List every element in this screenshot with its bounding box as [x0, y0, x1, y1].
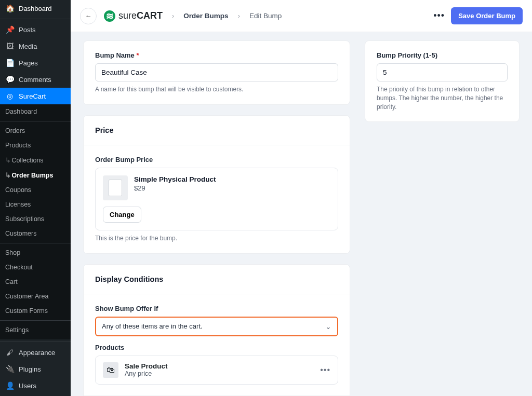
condition-product-row: 🛍 Sale Product Any price •••: [95, 356, 338, 385]
products-label: Products: [95, 344, 338, 351]
condition-product-name: Sale Product: [125, 362, 168, 370]
pages-icon: 📄: [5, 58, 15, 67]
save-order-bump-button[interactable]: Save Order Bump: [451, 7, 523, 24]
pin-icon: 📌: [5, 25, 15, 34]
sidebar-label: Dashboard: [19, 5, 52, 12]
price-card: Price Order Bump Price Simple Physical P…: [83, 115, 350, 254]
divider: [0, 19, 71, 19]
price-help: This is the price for the bump.: [95, 234, 338, 243]
sidebar-sub-settings[interactable]: Settings: [0, 323, 71, 337]
sidebar-label: Media: [19, 43, 37, 50]
divider: [0, 342, 71, 342]
priority-label: Bump Priority (1-5): [377, 51, 508, 59]
bump-priority-card: Bump Priority (1-5) The priority of this…: [365, 40, 520, 122]
order-bump-price-label: Order Bump Price: [95, 156, 338, 163]
divider: [0, 121, 71, 121]
show-bump-select[interactable]: Any of these items are in the cart. ⌄: [95, 317, 338, 336]
bump-name-card: Bump Name * A name for this bump that wi…: [83, 40, 350, 105]
logo-mark-icon: ≋: [104, 10, 115, 22]
product-price: $29: [134, 184, 216, 192]
bump-name-input[interactable]: [95, 63, 338, 81]
back-button[interactable]: ←: [80, 8, 97, 24]
sidebar-sub-customers[interactable]: Customers: [0, 226, 71, 241]
chevron-down-icon: ⌄: [325, 322, 331, 331]
sidebar-label: Pages: [19, 59, 38, 67]
sidebar-sub-coupons[interactable]: Coupons: [0, 183, 71, 197]
price-heading: Price: [95, 126, 338, 134]
priority-input[interactable]: [377, 63, 508, 81]
product-thumbnail: 🛍: [103, 362, 118, 378]
brush-icon: 🖌: [5, 348, 15, 357]
media-icon: 🖼: [5, 42, 15, 51]
product-name: Simple Physical Product: [134, 175, 216, 183]
sidebar-item-pages[interactable]: 📄Pages: [0, 54, 71, 71]
price-product-box: Simple Physical Product $29 Change: [95, 168, 338, 230]
sidebar-sub-orders[interactable]: Orders: [0, 124, 71, 138]
arrow-left-icon: ←: [85, 12, 92, 20]
display-conditions-heading: Display Conditions: [95, 275, 338, 283]
required-mark: *: [136, 51, 139, 59]
sidebar-submenu: Dashboard Orders Products Collections Or…: [0, 104, 71, 339]
sidebar-sub-subscriptions[interactable]: Subscriptions: [0, 212, 71, 226]
more-menu-button[interactable]: •••: [433, 10, 445, 21]
placeholder-image-icon: [109, 180, 122, 196]
sidebar-sub-licenses[interactable]: Licenses: [0, 197, 71, 212]
sidebar-sub-collections[interactable]: Collections: [0, 153, 71, 168]
sidebar-item-tools[interactable]: 🔧Tools: [0, 394, 71, 396]
sidebar-label: Users: [19, 382, 36, 390]
sidebar-item-users[interactable]: 👤Users: [0, 377, 71, 394]
sidebar-sub-dashboard[interactable]: Dashboard: [0, 104, 71, 119]
sidebar-label: Posts: [19, 26, 36, 34]
sidebar-label: Appearance: [19, 349, 55, 357]
sidebar-sub-order-bumps[interactable]: Order Bumps: [0, 168, 71, 183]
select-value: Any of these items are in the cart.: [102, 322, 203, 330]
bump-name-label: Bump Name *: [95, 51, 338, 59]
bump-name-help: A name for this bump that will be visibl…: [95, 85, 338, 94]
content: Bump Name * A name for this bump that wi…: [71, 32, 532, 396]
priority-help: The priority of this bump in relation to…: [377, 85, 508, 111]
breadcrumb-order-bumps[interactable]: Order Bumps: [183, 12, 228, 20]
main-area: ← ≋ sureCART › Order Bumps › Edit Bump •…: [71, 0, 532, 396]
sidebar-sub-cart[interactable]: Cart: [0, 275, 71, 289]
condition-product-sub: Any price: [125, 370, 168, 377]
divider: [0, 320, 71, 321]
surecart-logo: ≋ sureCART: [104, 10, 163, 22]
surecart-icon: ◎: [5, 91, 15, 101]
sidebar-label: Plugins: [19, 365, 41, 373]
sidebar-item-dashboard[interactable]: 🏠Dashboard: [0, 0, 71, 17]
chevron-right-icon: ›: [172, 12, 174, 20]
plug-icon: 🔌: [5, 364, 15, 374]
comments-icon: 💬: [5, 75, 15, 84]
dashboard-icon: 🏠: [5, 4, 15, 13]
sidebar-item-media[interactable]: 🖼Media: [0, 38, 71, 54]
display-conditions-card: Display Conditions Show Bump Offer If An…: [83, 264, 350, 396]
divider: [0, 243, 71, 243]
sidebar-item-surecart[interactable]: ◎SureCart: [0, 88, 71, 104]
user-icon: 👤: [5, 381, 15, 390]
sidebar-item-posts[interactable]: 📌Posts: [0, 21, 71, 38]
product-thumbnail: [103, 175, 128, 200]
logo-text: sureCART: [118, 10, 163, 21]
sidebar-item-plugins[interactable]: 🔌Plugins: [0, 361, 71, 377]
sidebar-sub-checkout[interactable]: Checkout: [0, 260, 71, 275]
sidebar-sub-products[interactable]: Products: [0, 138, 71, 153]
sidebar-label: SureCart: [19, 92, 46, 100]
show-bump-label: Show Bump Offer If: [95, 305, 338, 312]
sidebar-sub-customer-area[interactable]: Customer Area: [0, 289, 71, 304]
breadcrumb-edit-bump: Edit Bump: [249, 12, 282, 20]
row-actions-button[interactable]: •••: [320, 365, 330, 375]
sidebar-item-comments[interactable]: 💬Comments: [0, 71, 71, 88]
sidebar-sub-custom-forms[interactable]: Custom Forms: [0, 304, 71, 318]
wp-admin-sidebar: 🏠Dashboard 📌Posts 🖼Media 📄Pages 💬Comment…: [0, 0, 71, 396]
change-product-button[interactable]: Change: [103, 207, 141, 223]
sidebar-sub-shop[interactable]: Shop: [0, 245, 71, 260]
chevron-right-icon: ›: [238, 12, 240, 20]
topbar: ← ≋ sureCART › Order Bumps › Edit Bump •…: [71, 0, 532, 32]
sidebar-label: Comments: [19, 76, 51, 84]
sidebar-item-appearance[interactable]: 🖌Appearance: [0, 344, 71, 361]
bag-icon: 🛍: [107, 365, 115, 375]
